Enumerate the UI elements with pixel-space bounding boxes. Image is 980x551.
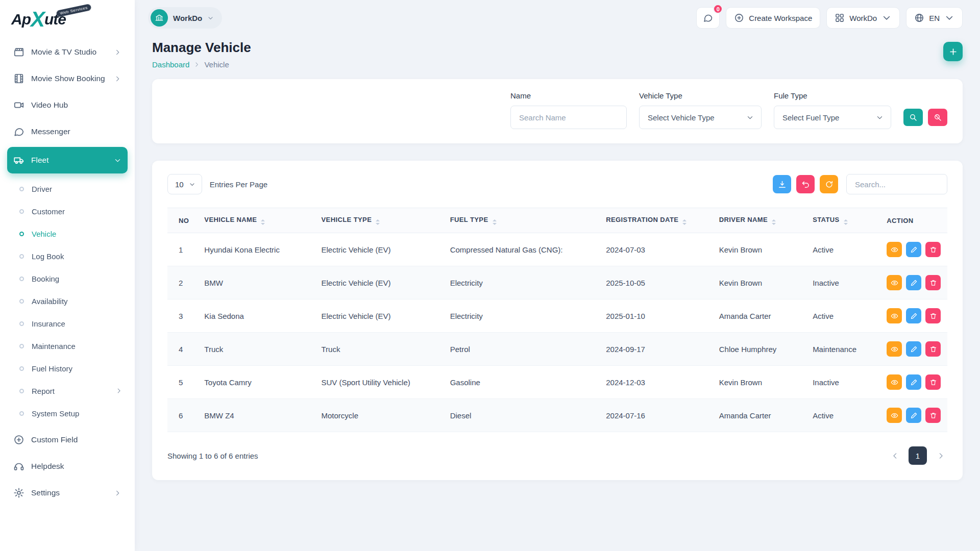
- sidebar-subitem-log-book[interactable]: Log Book: [14, 245, 128, 267]
- refresh-button[interactable]: [820, 175, 838, 193]
- add-vehicle-button[interactable]: [943, 42, 963, 61]
- pencil-icon: [910, 379, 918, 386]
- chevron-right-icon: [114, 75, 121, 83]
- export-button[interactable]: [773, 175, 791, 193]
- sidebar: ApXute Web Services Movie & TV StudioMov…: [0, 0, 135, 551]
- edit-button[interactable]: [906, 341, 921, 357]
- delete-button[interactable]: [925, 242, 941, 257]
- sidebar-subitem-fuel-history[interactable]: Fuel History: [14, 357, 128, 380]
- chevron-down-icon: [207, 15, 214, 21]
- column-header-registration-date[interactable]: REGISTRATION DATE: [600, 208, 713, 233]
- sidebar-subitem-driver[interactable]: Driver: [14, 178, 128, 200]
- sidebar-subitem-label: Driver: [32, 185, 122, 193]
- reset-filter-button[interactable]: [928, 109, 947, 126]
- sidebar-item-fleet[interactable]: Fleet: [7, 147, 128, 173]
- bullet-icon: [19, 411, 24, 416]
- language-label: EN: [929, 14, 940, 22]
- next-page-button[interactable]: [934, 449, 947, 462]
- cell-driver-name: Chloe Humphrey: [713, 333, 806, 366]
- table-search-input[interactable]: [846, 174, 947, 194]
- edit-button[interactable]: [906, 308, 921, 323]
- delete-button[interactable]: [925, 308, 941, 323]
- headset-icon: [13, 461, 24, 472]
- breadcrumb-current: Vehicle: [204, 60, 229, 69]
- sidebar-item-movie-show-booking[interactable]: Movie Show Booking: [7, 65, 128, 92]
- column-header-status[interactable]: STATUS: [806, 208, 880, 233]
- edit-button[interactable]: [906, 242, 921, 257]
- view-button[interactable]: [887, 308, 902, 323]
- sidebar-subitem-report[interactable]: Report: [14, 380, 128, 402]
- sidebar-subitem-system-setup[interactable]: System Setup: [14, 402, 128, 424]
- column-header-vehicle-type[interactable]: VEHICLE TYPE: [315, 208, 444, 233]
- sidebar-subitem-label: Fuel History: [32, 364, 122, 373]
- workspace-selector[interactable]: WorkDo: [148, 7, 222, 29]
- filter-name-input[interactable]: [510, 106, 627, 129]
- plus-icon: [949, 47, 958, 56]
- search-icon: [909, 113, 917, 121]
- column-header-fuel-type[interactable]: FUEL TYPE: [444, 208, 600, 233]
- delete-button[interactable]: [925, 275, 941, 290]
- delete-button[interactable]: [925, 408, 941, 423]
- sidebar-item-label: Fleet: [31, 156, 107, 165]
- sidebar-subitem-label: Customer: [32, 207, 122, 216]
- edit-button[interactable]: [906, 275, 921, 290]
- column-header-vehicle-name[interactable]: VEHICLE NAME: [198, 208, 315, 233]
- eye-icon: [891, 246, 898, 254]
- prev-page-button[interactable]: [888, 449, 901, 462]
- entries-per-page-select[interactable]: 10: [167, 174, 202, 194]
- trash-icon: [929, 379, 937, 386]
- entries-summary: Showing 1 to 6 of 6 entries: [167, 452, 258, 460]
- sidebar-subitem-vehicle[interactable]: Vehicle: [14, 222, 128, 245]
- chevron-right-icon: [115, 387, 122, 394]
- language-selector[interactable]: EN: [906, 7, 963, 29]
- sidebar-subitem-customer[interactable]: Customer: [14, 200, 128, 222]
- trash-icon: [929, 279, 937, 287]
- vehicle-type-select[interactable]: Select Vehicle Type: [639, 106, 762, 129]
- sidebar-subitem-availability[interactable]: Availability: [14, 290, 128, 312]
- app-switcher-button[interactable]: WorkDo: [826, 7, 900, 29]
- view-button[interactable]: [887, 374, 902, 390]
- view-button[interactable]: [887, 341, 902, 357]
- edit-button[interactable]: [906, 408, 921, 423]
- cell-vehicle-type: Electric Vehicle (EV): [315, 299, 444, 333]
- column-header-driver-name[interactable]: DRIVER NAME: [713, 208, 806, 233]
- sidebar-subitem-label: Log Book: [32, 252, 122, 261]
- sidebar-item-video-hub[interactable]: Video Hub: [7, 92, 128, 118]
- cell-fuel-type: Electricity: [444, 266, 600, 299]
- cell-status: Inactive: [806, 366, 880, 399]
- undo-button[interactable]: [796, 175, 815, 193]
- cell-vehicle-name: Hyundai Kona Electric: [198, 233, 315, 266]
- view-button[interactable]: [887, 275, 902, 290]
- sidebar-item-movie-tv-studio[interactable]: Movie & TV Studio: [7, 39, 128, 65]
- create-workspace-button[interactable]: Create Workspace: [726, 7, 820, 29]
- sidebar-item-helpdesk[interactable]: Helpdesk: [7, 453, 128, 480]
- plus-circle-icon: [734, 13, 744, 23]
- delete-button[interactable]: [925, 374, 941, 390]
- pencil-icon: [910, 312, 918, 320]
- sidebar-subitem-maintenance[interactable]: Maintenance: [14, 335, 128, 357]
- sidebar-subitem-insurance[interactable]: Insurance: [14, 312, 128, 335]
- sidebar-item-settings[interactable]: Settings: [7, 480, 128, 506]
- table-row: 5Toyota CamrySUV (Sport Utility Vehicle)…: [167, 366, 947, 399]
- delete-button[interactable]: [925, 341, 941, 357]
- messages-button[interactable]: 0: [696, 7, 720, 29]
- cell-no: 5: [167, 366, 198, 399]
- sidebar-item-messenger[interactable]: Messenger: [7, 118, 128, 145]
- cell-status: Active: [806, 399, 880, 432]
- edit-button[interactable]: [906, 374, 921, 390]
- sidebar-subitem-booking[interactable]: Booking: [14, 267, 128, 290]
- fuel-type-select[interactable]: Select Fuel Type: [774, 106, 891, 129]
- column-header-no: NO: [167, 208, 198, 233]
- view-button[interactable]: [887, 408, 902, 423]
- cell-fuel-type: Electricity: [444, 299, 600, 333]
- sidebar-item-label: Settings: [31, 488, 107, 497]
- apply-filter-button[interactable]: [903, 109, 923, 126]
- page-title: Manage Vehicle: [152, 40, 251, 56]
- cell-status: Inactive: [806, 266, 880, 299]
- view-button[interactable]: [887, 242, 902, 257]
- breadcrumb-dashboard-link[interactable]: Dashboard: [152, 60, 189, 69]
- sidebar-item-label: Custom Field: [31, 435, 121, 444]
- page-1-button[interactable]: 1: [909, 446, 927, 465]
- sidebar-item-custom-field[interactable]: Custom Field: [7, 427, 128, 453]
- sidebar-subitem-label: Maintenance: [32, 342, 122, 350]
